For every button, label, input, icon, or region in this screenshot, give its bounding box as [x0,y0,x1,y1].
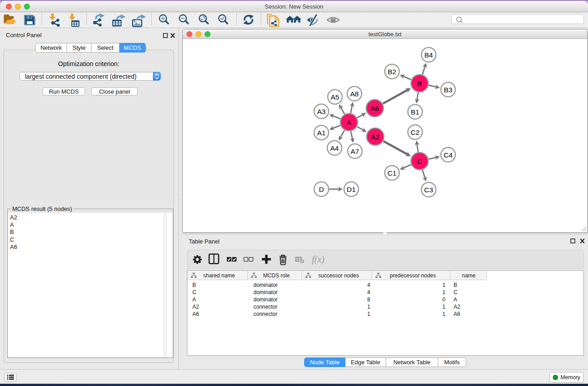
svg-text:A7: A7 [351,148,359,155]
svg-text:f(x): f(x) [312,254,325,265]
svg-text:A8: A8 [350,90,359,98]
svg-text:B4: B4 [425,51,433,59]
svg-text:C3: C3 [424,186,433,194]
svg-text:A3: A3 [317,108,326,115]
svg-text:B1: B1 [411,108,420,116]
svg-text:A6: A6 [371,105,379,112]
svg-text:A5: A5 [331,93,339,101]
svg-text:C4: C4 [444,151,453,159]
svg-text:C2: C2 [411,129,420,136]
svg-text:C: C [417,157,422,165]
svg-text:B3: B3 [444,86,453,94]
svg-text:D: D [319,186,324,193]
svg-text:B2: B2 [388,68,397,76]
svg-text:A4: A4 [330,144,339,152]
svg-text:C1: C1 [387,169,397,177]
svg-text:A: A [347,119,352,126]
svg-text:A1: A1 [317,129,326,137]
svg-text:B: B [417,80,422,87]
svg-text:D1: D1 [347,186,356,193]
svg-text:A2: A2 [371,133,380,141]
